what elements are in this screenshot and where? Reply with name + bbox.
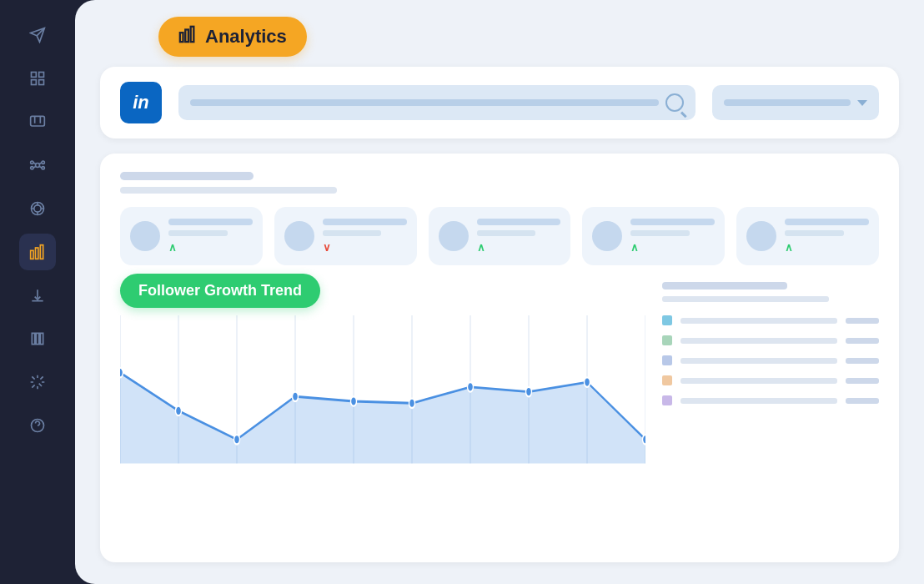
target-icon[interactable]: [19, 190, 56, 227]
search-icon: [665, 93, 684, 112]
metric-arrow-down-2: ∨: [323, 241, 407, 254]
filter-dropdown[interactable]: [712, 85, 879, 120]
svg-rect-24: [191, 27, 194, 42]
metric-arrow-up-1: ∧: [168, 241, 253, 254]
sidebar: [0, 0, 75, 584]
growth-chart-svg: [120, 315, 645, 487]
metric-text-2: ∨: [323, 219, 407, 254]
legend-item-3: [662, 355, 879, 365]
svg-rect-2: [32, 73, 37, 78]
legend-dot-2: [662, 335, 672, 345]
metric-card-1[interactable]: ∧: [120, 207, 263, 265]
dashboard-icon[interactable]: [19, 60, 56, 97]
metric-card-3[interactable]: ∧: [429, 207, 571, 265]
chevron-down-icon: [857, 100, 867, 106]
analytics-title: Analytics: [205, 26, 287, 48]
legend-dot-3: [662, 355, 672, 365]
metric-avatar-2: [284, 221, 314, 251]
legend-item-2: [662, 335, 879, 345]
metric-avatar-1: [130, 221, 160, 251]
tools-icon[interactable]: [19, 364, 56, 400]
follower-growth-label: Follower Growth Trend: [138, 282, 302, 299]
svg-rect-22: [180, 33, 183, 42]
svg-rect-4: [32, 80, 37, 85]
metric-card-5[interactable]: ∧: [736, 207, 879, 265]
analytics-icon[interactable]: [19, 234, 56, 270]
download-icon[interactable]: [19, 277, 56, 314]
svg-rect-6: [31, 116, 45, 126]
metric-arrow-up-3: ∧: [477, 241, 561, 254]
legend-dot-4: [662, 375, 672, 385]
svg-rect-20: [40, 245, 43, 259]
legend-item-1: [662, 315, 879, 325]
svg-rect-23: [185, 30, 188, 43]
legend-item-4: [662, 375, 879, 385]
main-content: Analytics in: [75, 0, 924, 584]
metric-arrow-up-4: ∧: [630, 241, 715, 254]
bottom-section: Follower Growth Trend: [120, 282, 879, 487]
panel-title-line: [120, 172, 254, 180]
svg-line-15: [39, 166, 42, 169]
chart-point-7: [526, 387, 532, 396]
svg-point-10: [31, 167, 33, 169]
metric-avatar-4: [592, 221, 622, 251]
legend-dot-5: [662, 395, 672, 405]
chart-point-5: [409, 399, 415, 408]
svg-rect-5: [39, 80, 44, 85]
support-icon[interactable]: [19, 407, 56, 444]
svg-point-11: [42, 167, 44, 169]
analytics-panel: ∧ ∨ ∧: [100, 154, 899, 562]
chart-point-4: [351, 396, 357, 405]
metric-text-5: ∧: [785, 219, 869, 254]
chart-point-6: [468, 382, 474, 391]
metric-text-3: ∧: [477, 219, 561, 254]
chart-point-2: [234, 435, 240, 444]
chart-point-0: [120, 368, 123, 377]
metric-card-4[interactable]: ∧: [582, 207, 725, 265]
follower-growth-badge: Follower Growth Trend: [120, 274, 320, 308]
legend-subtitle-line: [662, 296, 829, 302]
svg-rect-19: [36, 248, 38, 259]
svg-line-13: [39, 163, 42, 165]
metric-avatar-3: [439, 221, 469, 251]
legend-item-5: [662, 395, 879, 405]
send-icon[interactable]: [19, 17, 56, 53]
svg-point-8: [31, 161, 33, 164]
svg-point-17: [34, 205, 41, 212]
chart-point-8: [585, 377, 590, 386]
dropdown-line: [724, 99, 851, 106]
analytics-bar-icon: [178, 25, 197, 48]
chart-point-1: [176, 406, 182, 415]
svg-rect-18: [31, 250, 33, 259]
metric-arrow-up-5: ∧: [785, 241, 869, 254]
search-bar-line: [190, 99, 659, 106]
panel-header: [120, 172, 879, 194]
metric-cards-row: ∧ ∨ ∧: [120, 207, 879, 265]
legend-title-line: [662, 282, 787, 289]
metric-text-1: ∧: [168, 219, 253, 254]
svg-rect-3: [39, 73, 44, 78]
search-panel: in: [100, 67, 899, 138]
linkedin-logo: in: [120, 82, 162, 123]
analytics-header-badge: Analytics: [158, 17, 307, 57]
chart-svg-container: [120, 315, 645, 487]
search-box[interactable]: [178, 85, 696, 120]
chart-area: Follower Growth Trend: [120, 282, 645, 487]
legend-panel: [662, 282, 879, 487]
network-icon[interactable]: [19, 147, 56, 184]
legend-dot-1: [662, 315, 672, 325]
metric-card-2[interactable]: ∨: [274, 207, 417, 265]
panel-subtitle-line: [120, 187, 337, 194]
svg-line-14: [33, 166, 36, 169]
metric-text-4: ∧: [630, 219, 715, 254]
chart-point-9: [643, 435, 646, 444]
library-icon[interactable]: [19, 320, 56, 357]
chart-point-3: [293, 392, 299, 401]
metric-avatar-5: [746, 221, 776, 251]
svg-line-12: [33, 163, 36, 165]
messages-icon[interactable]: [19, 103, 56, 140]
svg-point-9: [42, 161, 44, 164]
